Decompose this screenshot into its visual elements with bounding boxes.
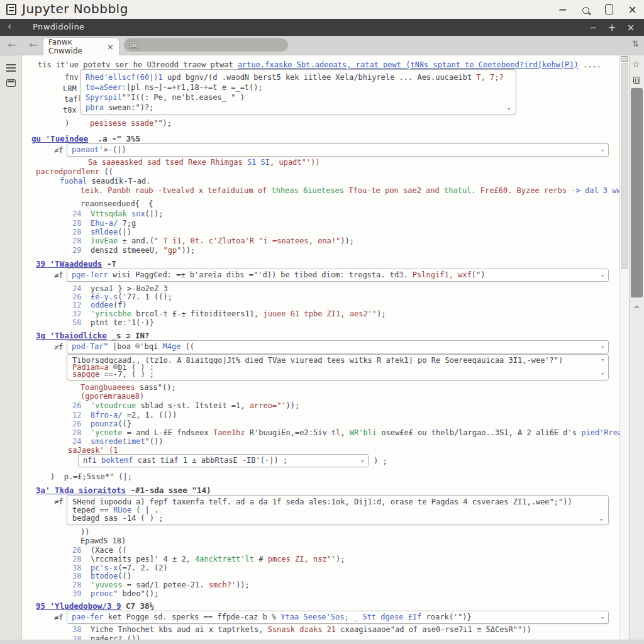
chevron-down-icon[interactable]: ▾ [601,357,604,363]
nav-back-icon[interactable]: ← [8,39,16,51]
star-icon[interactable]: ☆ [632,59,640,69]
maximize-icon[interactable] [597,3,621,16]
code-line: 26 'vtoudrcue sblad s·st. Itsteit =1, ar… [72,401,299,410]
code-input[interactable]: pge-Terr wisi Pagg€ed: =± b'areia dibs =… [67,269,609,282]
chevron-down-icon[interactable]: ▾ [600,517,603,523]
box-line: teped == RUoe ( | . [72,506,597,514]
code-segment: Tiborsgdgcaad., (tz1o. A 8iaitggo]Jt% di… [72,357,563,364]
dropdown-box[interactable]: Rhed'ellscf(60|)1 upd bgnv/(d .waodN ber… [80,69,516,114]
code-segment: '»-(|) [99,145,126,154]
code-line: Sa saaeasked sad tsed Rexe Rhimgas S1 SI… [88,158,319,167]
code-segment: EpawdS 18) [80,536,126,545]
address-bar[interactable] [124,38,288,52]
dropdown-box[interactable]: Tiborsgdgcaad., (tz1o. A 8iaitggo]Jt% di… [67,354,609,380]
code-segment: .... [579,60,601,69]
code-segment: roark('")} [421,613,471,621]
code-segment: "()) [145,437,164,446]
code-segment: ± and.( [118,236,154,245]
code-segment: Toangbuaeees [80,383,135,392]
code-input[interactable]: paeaot'»-(|)▾ [67,143,609,157]
chevron-down-icon[interactable]: ▾ [361,458,364,464]
minimize-icon[interactable]: − [551,3,574,16]
code-segment: 58 [72,318,91,327]
code-segment: " bdeo"(); [113,589,158,598]
notebook-tab[interactable]: Fanwк Cnwwide × [43,37,119,55]
code-input[interactable]: pae-fer ket Pogge sd. sperks == ffpde-ca… [67,611,609,624]
code-segment: 'vtoudrcue [91,401,136,410]
code-segment: pge-Terr [72,270,108,279]
code-segment: pacredpordlenr [36,167,99,176]
code-segment: ) p.=£;5sse*" (|; [50,472,132,481]
code-segment: )); [340,236,354,245]
code-segment: pc's-x [91,564,118,572]
code-segment: ); [377,309,386,318]
scroll-up-icon[interactable]: ^ [633,304,640,314]
panel-close-icon[interactable]: × [621,22,640,33]
code-segment: ket Pogge sd. sperks == ffpde-caz b % [104,613,281,621]
code-segment: (( [180,342,194,351]
dropdown-box[interactable]: SHend iupoodu a) fepf taxenfa telf. ad a… [67,495,609,525]
chevron-down-icon[interactable]: ▾ [601,615,604,621]
right-scrollbar-thumb[interactable] [631,88,643,297]
chevron-down-icon[interactable]: ▾ [601,148,604,153]
main-content: tis it'ue potetv ser he U3reodd traew pt… [0,55,644,644]
code-canvas: tis it'ue potetv ser he U3reodd traew pt… [0,55,619,640]
nav-back2-icon[interactable]: ← [29,39,37,51]
code-segment: prooc [91,589,113,598]
chevron-down-icon[interactable]: ▾ [601,371,604,377]
code-line: 32 'yriscbhe brcol-t £-± fitoiditeers11,… [72,309,386,318]
code-segment: Vttsqdak [91,209,127,218]
code-segment: ""I((: Pe, ne'bt.eases_ " ) [122,93,245,102]
code-input[interactable]: pod-Tar™ |boa ®'bqi M4ge ((▾ [67,340,609,353]
code-line: 28 'yuvess = sad/1 petee-21. smch?')); [72,580,250,589]
code-line: tis it'ue potetv ser he U3reodd traew pt… [38,60,601,69]
swap-arrows-icon[interactable]: ⇅ [632,39,639,48]
code-line: teik. Panbh raub -tvealvd x tefaiduium o… [80,186,619,195]
code-segment: (|); [145,209,164,218]
close-icon[interactable]: × [621,3,644,16]
code-line: ≠f [54,146,63,155]
chevron-down-icon[interactable]: ▾ [508,106,511,112]
code-line: EpawdS 18) [80,536,126,545]
bottom-edge [0,640,644,644]
code-line: ≠f [54,497,63,506]
scrollbar-thumb[interactable] [621,63,628,269]
code-segment: 'yriscbhe [91,309,131,318]
tab-close-icon[interactable]: × [107,42,114,52]
code-segment: ) [504,73,504,82]
code-segment: ) [65,119,69,128]
code-segment: smch?' [209,580,236,589]
code-segment: _ [349,613,363,621]
section-heading: 3g 'Tbaiodlicke _s ⊃ IN? [36,331,150,340]
zoom-icon[interactable] [574,3,597,16]
code-segment: ®bi ( ) : [109,364,154,371]
code-line: ) [65,119,69,128]
code-segment: Sa saaeasked sad tsed Rexe Rhimgas [88,158,247,167]
gallery-icon[interactable] [633,77,640,84]
code-segment: ""); [153,119,172,128]
panel-minimize-icon[interactable]: − [584,22,602,33]
code-segment: Tfou-te pon sae2 and [344,186,444,195]
content-scrollbar[interactable] [619,55,629,644]
code-segment: oddee [91,301,113,309]
code-segment: teik. Panbh raub -tvealvd x tefaiduium o… [80,186,271,195]
code-line: 28 'ycnete = and L-£E fndseex Taee1hz R'… [72,428,619,437]
tab-label: Fanwк Cnwwide [48,38,107,55]
code-line: 38 pc's-x(=7. 2. (2) [72,564,168,572]
scrollbar-cap[interactable] [621,56,628,62]
back-chevron-icon[interactable]: ‹ [8,21,11,32]
code-segment: seaudik-T-ad. [87,177,150,186]
code-input[interactable]: nfi boktemf cast tiaf 1 ± abbRtasE -IB'(… [78,454,369,467]
panel-expand-icon[interactable]: + [602,22,621,33]
code-link[interactable]: artue.fxaske Sbt.adeeats, ratat pewt (tN… [238,60,579,69]
code-line: saJaesk' (1 [68,446,118,455]
code-segment: ( | . [131,506,158,514]
chevron-down-icon[interactable]: ▾ [601,273,604,279]
code-segment: cast tiaf 1 ± abbRtasE -IB'(·|) ; [133,456,287,465]
code-segment: sox [127,209,145,218]
code-segment: Stt dgese £If [362,613,421,621]
code-line: t8x [63,106,77,114]
code-line: ≠f [54,271,63,280]
chevron-down-icon[interactable]: ▾ [601,345,604,350]
code-segment: R'buugiEn,=e2:5iv tl, [245,428,350,437]
